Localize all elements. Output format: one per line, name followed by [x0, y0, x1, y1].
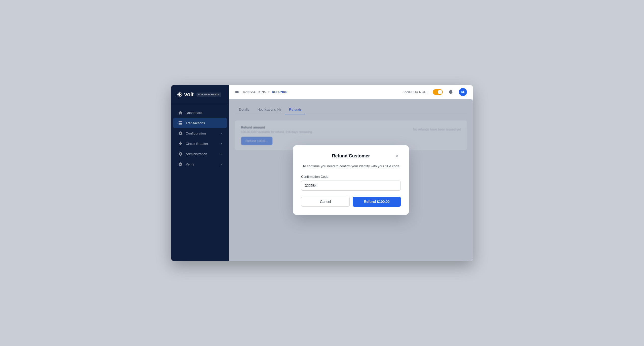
- sidebar-item-verify[interactable]: Verify ▾: [173, 159, 227, 169]
- topbar: TRANSACTIONS > REFUNDS SANDBOX MODE AL: [229, 85, 473, 99]
- logo-text: volt: [184, 91, 193, 98]
- sandbox-mode-label: SANDBOX MODE: [403, 90, 429, 94]
- breadcrumb-separator: >: [268, 90, 270, 94]
- sidebar: volt FOR MERCHANTS Dashboard Transaction…: [171, 85, 229, 261]
- sidebar-item-configuration[interactable]: Configuration ▾: [173, 128, 227, 138]
- confirmation-code-label: Confirmation Code: [301, 175, 401, 179]
- volt-logo: volt: [176, 91, 193, 98]
- confirmation-code-group: Confirmation Code: [301, 175, 401, 191]
- modal-close-button[interactable]: [394, 152, 401, 159]
- refund-customer-modal: Refund Customer To continue you need to …: [293, 145, 409, 215]
- breadcrumb: TRANSACTIONS > REFUNDS: [235, 90, 400, 94]
- sidebar-header: volt FOR MERCHANTS: [171, 85, 229, 103]
- modal-title: Refund Customer: [332, 153, 370, 159]
- chevron-down-icon-3: ▾: [221, 153, 222, 155]
- cancel-button[interactable]: Cancel: [301, 197, 350, 207]
- sidebar-item-label-circuit-breaker: Circuit Breaker: [186, 142, 208, 146]
- sidebar-nav: Dashboard Transactions Configuration ▾: [171, 103, 229, 261]
- topbar-right: SANDBOX MODE AL: [403, 88, 467, 96]
- app-window: volt FOR MERCHANTS Dashboard Transaction…: [171, 85, 473, 261]
- main-content: TRANSACTIONS > REFUNDS SANDBOX MODE AL D…: [229, 85, 473, 261]
- refund-confirm-button[interactable]: Refund £100.00: [353, 197, 401, 207]
- chevron-down-icon-4: ▾: [221, 163, 222, 166]
- sidebar-item-label-verify: Verify: [186, 162, 194, 166]
- breadcrumb-current: REFUNDS: [272, 90, 288, 94]
- sidebar-item-administration[interactable]: Administration ▾: [173, 149, 227, 159]
- chevron-down-icon: ▾: [221, 132, 222, 135]
- sidebar-item-transactions[interactable]: Transactions: [173, 118, 227, 128]
- sidebar-item-label-configuration: Configuration: [186, 132, 206, 135]
- sidebar-item-label-administration: Administration: [186, 152, 207, 156]
- user-avatar[interactable]: AL: [459, 88, 467, 96]
- sidebar-item-dashboard[interactable]: Dashboard: [173, 108, 227, 118]
- notifications-bell-icon[interactable]: [447, 88, 455, 96]
- folder-icon: [235, 90, 239, 94]
- modal-overlay[interactable]: Refund Customer To continue you need to …: [229, 99, 473, 261]
- modal-actions: Cancel Refund £100.00: [301, 197, 401, 207]
- confirmation-code-input[interactable]: [301, 181, 401, 191]
- modal-header: Refund Customer: [301, 153, 401, 159]
- modal-description: To continue you need to confirm your ide…: [301, 164, 401, 169]
- sidebar-item-circuit-breaker[interactable]: Circuit Breaker ▾: [173, 139, 227, 149]
- close-icon: [395, 154, 399, 158]
- page-content: Details Notifications (4) Refunds Refund…: [229, 99, 473, 261]
- for-merchants-badge: FOR MERCHANTS: [196, 93, 221, 97]
- breadcrumb-parent: TRANSACTIONS: [241, 90, 266, 94]
- sidebar-item-label-transactions: Transactions: [186, 121, 205, 125]
- sandbox-mode-toggle[interactable]: [433, 89, 443, 95]
- chevron-down-icon-2: ▾: [221, 142, 222, 145]
- sidebar-item-label-dashboard: Dashboard: [186, 111, 202, 115]
